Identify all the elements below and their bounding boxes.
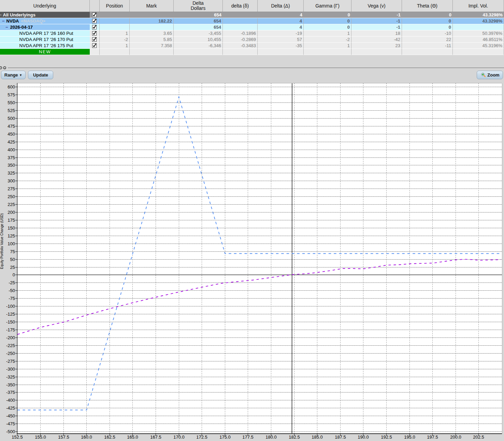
svg-text:-250: -250 (6, 351, 15, 356)
svg-text:175: 175 (8, 218, 15, 223)
svg-text:202.5: 202.5 (473, 435, 484, 440)
svg-text:75: 75 (10, 249, 15, 254)
svg-text:100: 100 (8, 241, 15, 246)
svg-text:400: 400 (8, 147, 15, 152)
svg-text:182.5: 182.5 (289, 435, 300, 440)
svg-text:152.5: 152.5 (12, 435, 23, 440)
svg-text:550: 550 (8, 100, 15, 105)
svg-text:25: 25 (10, 265, 15, 270)
svg-text:177.5: 177.5 (242, 435, 254, 440)
svg-text:162.5: 162.5 (104, 435, 115, 440)
svg-text:-225: -225 (6, 343, 15, 348)
svg-text:185.0: 185.0 (312, 435, 323, 440)
svg-text:-75: -75 (9, 296, 15, 301)
svg-text:Equity Portfolio Value Change: Equity Portfolio Value Change (USD) (0, 213, 4, 269)
svg-text:150: 150 (8, 225, 15, 231)
svg-text:-25: -25 (9, 280, 15, 285)
svg-text:192.5: 192.5 (381, 435, 392, 440)
svg-text:-100: -100 (6, 304, 15, 309)
svg-text:250: 250 (8, 194, 15, 199)
svg-text:-125: -125 (6, 312, 15, 317)
svg-text:50: 50 (10, 257, 15, 262)
svg-text:195.0: 195.0 (404, 435, 415, 440)
svg-text:-275: -275 (6, 359, 15, 364)
svg-text:180.0: 180.0 (265, 435, 277, 440)
svg-text:-50: -50 (9, 288, 15, 293)
svg-text:475: 475 (8, 124, 15, 129)
svg-text:190.0: 190.0 (358, 435, 369, 440)
svg-text:200.0: 200.0 (450, 435, 461, 440)
svg-text:600: 600 (8, 84, 15, 89)
svg-text:275: 275 (8, 186, 15, 191)
svg-text:175.0: 175.0 (219, 435, 231, 440)
svg-text:-200: -200 (6, 335, 15, 340)
svg-text:300: 300 (8, 178, 15, 183)
svg-text:575: 575 (8, 92, 15, 97)
svg-text:170.0: 170.0 (173, 435, 185, 440)
svg-text:525: 525 (8, 108, 15, 113)
svg-text:200: 200 (8, 210, 15, 215)
svg-text:-400: -400 (6, 398, 15, 403)
svg-text:500: 500 (8, 116, 15, 121)
svg-text:225: 225 (8, 202, 15, 207)
svg-text:425: 425 (8, 139, 15, 144)
svg-text:157.5: 157.5 (58, 435, 69, 440)
svg-text:167.5: 167.5 (150, 435, 161, 440)
svg-text:-300: -300 (6, 367, 15, 372)
svg-text:155.0: 155.0 (35, 435, 46, 440)
svg-text:-325: -325 (6, 374, 15, 380)
svg-text:-475: -475 (6, 421, 15, 426)
svg-text:187.5: 187.5 (335, 435, 346, 440)
svg-text:-350: -350 (6, 382, 15, 387)
svg-text:325: 325 (8, 170, 15, 176)
svg-text:0: 0 (13, 272, 15, 277)
svg-text:450: 450 (8, 132, 15, 137)
svg-text:-150: -150 (6, 319, 15, 325)
svg-text:160.0: 160.0 (81, 435, 92, 440)
svg-text:375: 375 (8, 155, 15, 160)
svg-text:125: 125 (8, 233, 15, 238)
svg-text:-375: -375 (6, 390, 15, 395)
svg-text:172.5: 172.5 (196, 435, 207, 440)
svg-text:-175: -175 (6, 327, 15, 332)
svg-text:-500: -500 (6, 429, 15, 434)
svg-text:165.0: 165.0 (127, 435, 138, 440)
svg-text:197.5: 197.5 (427, 435, 438, 440)
svg-text:350: 350 (8, 163, 15, 168)
svg-text:-450: -450 (6, 413, 15, 418)
svg-text:-425: -425 (6, 405, 15, 411)
